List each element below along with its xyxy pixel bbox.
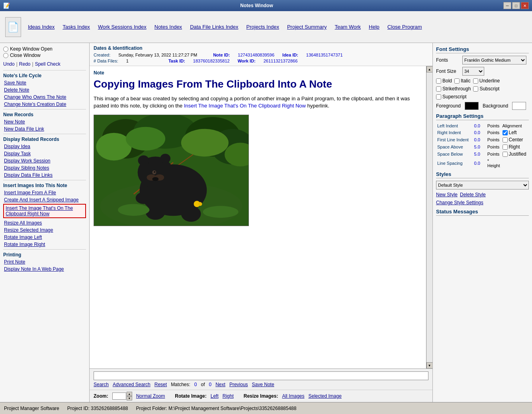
align-center-checkbox[interactable] bbox=[503, 137, 508, 143]
main-layout: Keep Window Open Close Window Undo | Red… bbox=[0, 43, 532, 402]
scroll-up-button[interactable]: ▲ bbox=[426, 66, 433, 72]
rotate-image-right-link[interactable]: Rotate Image Right bbox=[3, 241, 86, 248]
change-style-settings-button[interactable]: Change Style Settings bbox=[436, 200, 483, 205]
advanced-search-button[interactable]: Advanced Search bbox=[113, 382, 151, 387]
save-note-link[interactable]: Save Note bbox=[3, 80, 86, 86]
insert-clipboard-link[interactable]: Insert The Image That's On The Clipboard… bbox=[3, 204, 86, 218]
spell-check-button[interactable]: Spell Check bbox=[35, 61, 61, 67]
close-window-input[interactable] bbox=[3, 53, 8, 58]
idea-id-label: Idea ID: bbox=[282, 53, 298, 57]
bear-image bbox=[94, 115, 249, 226]
new-note-link[interactable]: New Note bbox=[3, 119, 86, 125]
styles-select[interactable]: Default Style bbox=[436, 181, 529, 189]
nav-data-file-links-index[interactable]: Data File Links Index bbox=[190, 24, 238, 30]
left-indent-value: 0.0 bbox=[473, 123, 486, 129]
notes-lifecycle-title: Note's Life Cycle bbox=[3, 73, 86, 78]
title-bar-controls: ─ □ ✕ bbox=[503, 2, 529, 9]
all-images-button[interactable]: All Images bbox=[282, 393, 304, 399]
note-id-value: 127431480839596 bbox=[238, 53, 274, 57]
resize-selected-image-link[interactable]: Resize Selected Image bbox=[3, 227, 86, 233]
new-data-file-link-link[interactable]: New Data File Link bbox=[3, 126, 86, 132]
zoom-down-button[interactable]: ▼ bbox=[127, 396, 132, 400]
align-right-item: Right bbox=[501, 143, 529, 150]
reset-button[interactable]: Reset bbox=[155, 382, 167, 387]
created-value: Sunday, February 13, 2022 11:27:27 PM bbox=[118, 53, 197, 57]
underline-checkbox[interactable] bbox=[473, 78, 478, 84]
nav-notes-index[interactable]: Notes Index bbox=[155, 24, 182, 30]
rotate-image-left-link[interactable]: Rotate Image Left bbox=[3, 234, 86, 240]
subscript-checkbox[interactable] bbox=[473, 86, 478, 92]
close-window-radio[interactable]: Close Window bbox=[3, 53, 86, 58]
content-scrollbar[interactable]: ▲ ▼ bbox=[426, 66, 432, 369]
scroll-down-button[interactable]: ▼ bbox=[426, 362, 433, 369]
bold-checkbox[interactable] bbox=[436, 78, 441, 84]
redo-button[interactable]: Redo bbox=[19, 61, 31, 67]
display-idea-link[interactable]: Display Idea bbox=[3, 143, 86, 150]
zoom-input[interactable]: 1 bbox=[112, 393, 126, 400]
background-color-box[interactable] bbox=[512, 102, 526, 110]
foreground-color-box[interactable] bbox=[465, 102, 479, 110]
save-note-search-button[interactable]: Save Note bbox=[252, 382, 274, 387]
maximize-button[interactable]: □ bbox=[512, 2, 520, 9]
insert-clipboard-hyperlink[interactable]: Insert The Image That's On The Clipboard… bbox=[184, 103, 306, 109]
nav-projects-index[interactable]: Projects Index bbox=[246, 24, 279, 30]
note-heading: Copying Images From The Clipboard Into A… bbox=[94, 78, 422, 90]
create-and-insert-link[interactable]: Create And Insert A Snipped Image bbox=[3, 197, 86, 203]
previous-button[interactable]: Previous bbox=[229, 382, 248, 387]
foreground-label: Foreground bbox=[436, 103, 461, 109]
nav-team-work[interactable]: Team Work bbox=[335, 24, 361, 30]
nav-close-program[interactable]: Close Program bbox=[387, 24, 422, 30]
resize-all-images-link[interactable]: Resize All Images bbox=[3, 220, 86, 226]
superscript-checkbox[interactable] bbox=[436, 94, 441, 100]
change-creation-date-link[interactable]: Change Note's Creation Date bbox=[3, 101, 86, 107]
next-button[interactable]: Next bbox=[215, 382, 225, 387]
strikethrough-checkbox[interactable] bbox=[436, 86, 441, 92]
print-note-link[interactable]: Print Note bbox=[3, 259, 86, 265]
note-section: Note Copying Images From The Clipboard I… bbox=[90, 66, 426, 369]
align-left-checkbox[interactable] bbox=[503, 130, 508, 135]
line-spacing-unit: * Height bbox=[486, 158, 501, 169]
zoom-up-button[interactable]: ▲ bbox=[127, 392, 132, 396]
keep-window-open-label: Keep Window Open bbox=[10, 46, 53, 52]
delete-note-link[interactable]: Delete Note bbox=[3, 87, 86, 93]
space-below-label: Space Below bbox=[436, 150, 473, 158]
keep-window-open-input[interactable] bbox=[3, 47, 8, 52]
undo-button[interactable]: Undo bbox=[3, 61, 15, 67]
display-work-session-link[interactable]: Display Work Session bbox=[3, 158, 86, 164]
fonts-select[interactable]: Franklin Gothic Medium bbox=[462, 56, 526, 64]
change-who-owns-link[interactable]: Change Who Owns The Note bbox=[3, 94, 86, 100]
font-size-select[interactable]: 34 bbox=[462, 67, 484, 76]
rotate-left-button[interactable]: Left bbox=[211, 393, 219, 399]
normal-zoom-button[interactable]: Normal Zoom bbox=[136, 393, 165, 399]
first-line-indent-unit: Points bbox=[486, 136, 501, 143]
minimize-button[interactable]: ─ bbox=[503, 2, 511, 9]
align-right-checkbox[interactable] bbox=[503, 145, 508, 150]
display-note-in-web-page-link[interactable]: Display Note In A Web Page bbox=[3, 266, 86, 272]
align-center-label: Center bbox=[509, 137, 523, 143]
keep-window-open-radio[interactable]: Keep Window Open bbox=[3, 46, 86, 52]
of-label: of bbox=[201, 382, 205, 387]
display-sibling-notes-link[interactable]: Display Sibling Notes bbox=[3, 165, 86, 171]
new-style-button[interactable]: New Style bbox=[436, 192, 458, 197]
nav-help[interactable]: Help bbox=[369, 24, 379, 30]
search-input[interactable] bbox=[94, 371, 428, 380]
background-label: Background bbox=[483, 103, 508, 109]
delete-style-button[interactable]: Delete Style bbox=[460, 192, 486, 197]
nav-ideas-index[interactable]: Ideas Index bbox=[28, 24, 55, 30]
nav-work-sessions-index[interactable]: Work Sessions Index bbox=[98, 24, 147, 30]
space-below-row: Space Below 5.0 Points Justified bbox=[436, 150, 529, 158]
insert-image-from-file-link[interactable]: Insert Image From A File bbox=[3, 189, 86, 196]
display-task-link[interactable]: Display Task bbox=[3, 150, 86, 157]
close-button[interactable]: ✕ bbox=[521, 2, 529, 9]
nav-tasks-index[interactable]: Tasks Index bbox=[63, 24, 90, 30]
scroll-track bbox=[426, 72, 432, 362]
rotate-right-button[interactable]: Right bbox=[223, 393, 234, 399]
selected-image-button[interactable]: Selected Image bbox=[308, 393, 341, 399]
search-button[interactable]: Search bbox=[94, 382, 109, 387]
nav-project-summary[interactable]: Project Summary bbox=[287, 24, 327, 30]
styles-buttons: New Style Delete Style Change Style Sett… bbox=[436, 192, 529, 205]
app-icon: 📄 bbox=[3, 15, 23, 39]
align-justified-checkbox[interactable] bbox=[503, 152, 508, 157]
display-data-file-links-link[interactable]: Display Data File Links bbox=[3, 172, 86, 178]
italic-checkbox[interactable] bbox=[454, 78, 460, 84]
